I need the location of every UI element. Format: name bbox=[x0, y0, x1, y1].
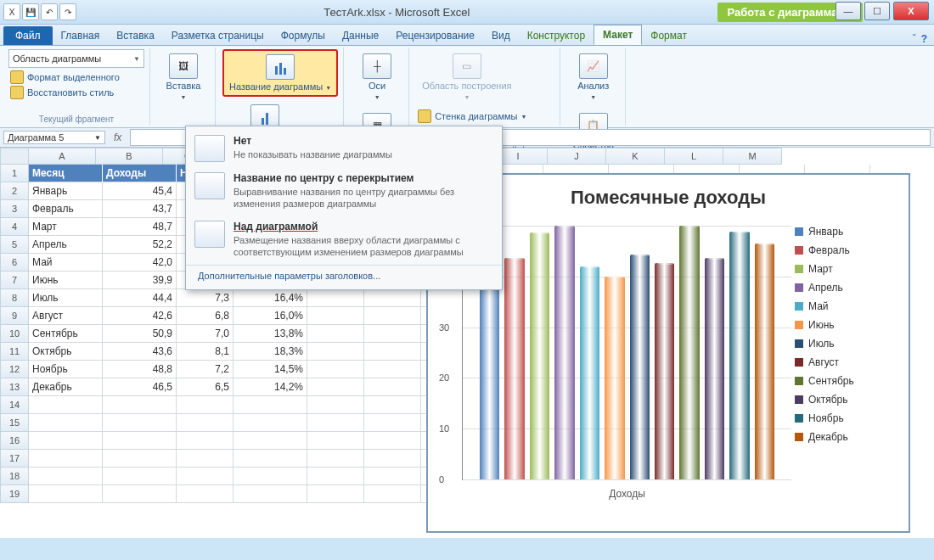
cell[interactable] bbox=[29, 432, 103, 450]
tab-file[interactable]: Файл bbox=[3, 26, 53, 45]
cell[interactable] bbox=[29, 450, 103, 468]
cell[interactable] bbox=[307, 414, 364, 432]
cell[interactable] bbox=[364, 432, 421, 450]
cell[interactable]: 42,6 bbox=[103, 307, 177, 325]
legend-item[interactable]: Сентябрь bbox=[795, 375, 897, 387]
minimize-button[interactable]: — bbox=[836, 2, 861, 20]
cell[interactable] bbox=[307, 468, 364, 485]
row-header[interactable]: 8 bbox=[0, 289, 29, 307]
column-header[interactable]: K bbox=[606, 148, 665, 165]
excel-icon[interactable]: X bbox=[3, 3, 20, 20]
chart-title-button[interactable]: Название диаграммы ▼ bbox=[222, 49, 338, 97]
legend-item[interactable]: Ноябрь bbox=[795, 412, 897, 424]
row-header[interactable]: 14 bbox=[0, 396, 29, 414]
bar[interactable] bbox=[705, 258, 724, 479]
row-header[interactable]: 19 bbox=[0, 485, 29, 503]
cell[interactable] bbox=[234, 450, 307, 468]
cell[interactable] bbox=[307, 307, 364, 325]
tab-Данные[interactable]: Данные bbox=[334, 26, 387, 45]
cell[interactable] bbox=[103, 468, 177, 485]
chart-legend[interactable]: ЯнварьФевральМартАпрельМайИюньИюльАвгуст… bbox=[791, 217, 900, 506]
cell[interactable]: 6,8 bbox=[177, 307, 234, 325]
legend-item[interactable]: Январь bbox=[795, 226, 897, 238]
tab-Рецензирование[interactable]: Рецензирование bbox=[387, 26, 483, 45]
cell[interactable]: 48,8 bbox=[103, 361, 177, 378]
legend-item[interactable]: Март bbox=[795, 263, 897, 275]
legend-item[interactable]: Февраль bbox=[795, 244, 897, 256]
bar[interactable] bbox=[504, 258, 524, 479]
bar[interactable] bbox=[554, 226, 574, 479]
cell[interactable] bbox=[307, 485, 364, 503]
cell[interactable]: 43,7 bbox=[103, 200, 177, 218]
save-icon[interactable]: 💾 bbox=[22, 3, 39, 20]
tab-Вид[interactable]: Вид bbox=[483, 26, 519, 45]
column-header[interactable]: L bbox=[665, 148, 723, 165]
maximize-button[interactable]: ☐ bbox=[864, 2, 890, 20]
cell[interactable] bbox=[29, 414, 103, 432]
cell[interactable] bbox=[103, 396, 177, 414]
cell[interactable] bbox=[364, 361, 421, 378]
row-header[interactable]: 9 bbox=[0, 307, 29, 325]
cell[interactable]: 16,4% bbox=[234, 289, 307, 307]
row-header[interactable]: 11 bbox=[0, 343, 29, 361]
cell[interactable] bbox=[234, 485, 307, 503]
tab-Макет[interactable]: Макет bbox=[594, 25, 642, 45]
cell[interactable]: 44,4 bbox=[103, 289, 177, 307]
cell[interactable] bbox=[177, 432, 234, 450]
analysis-button[interactable]: 📈Анализ▼ bbox=[567, 49, 620, 105]
row-header[interactable]: 15 bbox=[0, 414, 29, 432]
chart-element-selector[interactable]: Область диаграммы▼ bbox=[8, 49, 144, 68]
row-header[interactable]: 7 bbox=[0, 272, 29, 289]
cell[interactable] bbox=[307, 432, 364, 450]
format-selection-button[interactable]: Формат выделенного bbox=[8, 70, 144, 85]
bar[interactable] bbox=[605, 277, 624, 479]
cell[interactable] bbox=[29, 485, 103, 503]
cell[interactable]: 13,8% bbox=[234, 325, 307, 343]
cell[interactable] bbox=[307, 289, 364, 307]
redo-icon[interactable]: ↷ bbox=[59, 3, 76, 20]
cell[interactable]: Октябрь bbox=[29, 343, 103, 361]
cell[interactable]: 7,0 bbox=[177, 325, 234, 343]
cell[interactable] bbox=[177, 414, 234, 432]
row-header[interactable]: 17 bbox=[0, 450, 29, 468]
legend-item[interactable]: Апрель bbox=[795, 282, 897, 294]
bar[interactable] bbox=[580, 266, 599, 479]
cell[interactable] bbox=[177, 485, 234, 503]
cell[interactable] bbox=[307, 378, 364, 396]
cell[interactable] bbox=[364, 450, 421, 468]
row-header[interactable]: 4 bbox=[0, 218, 29, 236]
cell[interactable]: Доходы bbox=[103, 165, 177, 182]
bar[interactable] bbox=[655, 263, 674, 479]
axes-button[interactable]: ┼Оси▼ bbox=[351, 49, 403, 105]
cell[interactable]: Сентябрь bbox=[29, 325, 103, 343]
select-all-corner[interactable] bbox=[0, 148, 29, 165]
column-header[interactable]: M bbox=[723, 148, 782, 165]
cell[interactable] bbox=[177, 396, 234, 414]
cell[interactable]: Февраль bbox=[29, 200, 103, 218]
cell[interactable]: Месяц bbox=[29, 165, 103, 182]
tab-Формат[interactable]: Формат bbox=[642, 26, 695, 45]
cell[interactable] bbox=[29, 468, 103, 485]
tab-Формулы[interactable]: Формулы bbox=[273, 26, 334, 45]
cell[interactable] bbox=[364, 396, 421, 414]
legend-item[interactable]: Декабрь bbox=[795, 431, 897, 443]
cell[interactable]: 7,2 bbox=[177, 361, 234, 378]
row-header[interactable]: 12 bbox=[0, 361, 29, 378]
cell[interactable] bbox=[307, 343, 364, 361]
row-header[interactable]: 18 bbox=[0, 468, 29, 485]
cell[interactable]: Май bbox=[29, 254, 103, 272]
cell[interactable] bbox=[307, 325, 364, 343]
row-header[interactable]: 5 bbox=[0, 236, 29, 254]
dropdown-option-none[interactable]: НетНе показывать название диаграммы bbox=[186, 130, 502, 167]
column-header[interactable]: J bbox=[548, 148, 606, 165]
cell[interactable] bbox=[234, 414, 307, 432]
legend-item[interactable]: Июнь bbox=[795, 319, 897, 331]
cell[interactable] bbox=[307, 396, 364, 414]
insert-button[interactable]: 🖼Вставка▼ bbox=[157, 49, 210, 105]
cell[interactable] bbox=[234, 432, 307, 450]
row-header[interactable]: 6 bbox=[0, 254, 29, 272]
cell[interactable]: 52,2 bbox=[103, 236, 177, 254]
bar[interactable] bbox=[755, 244, 774, 479]
cell[interactable]: 48,7 bbox=[103, 218, 177, 236]
cell[interactable]: 50,9 bbox=[103, 325, 177, 343]
